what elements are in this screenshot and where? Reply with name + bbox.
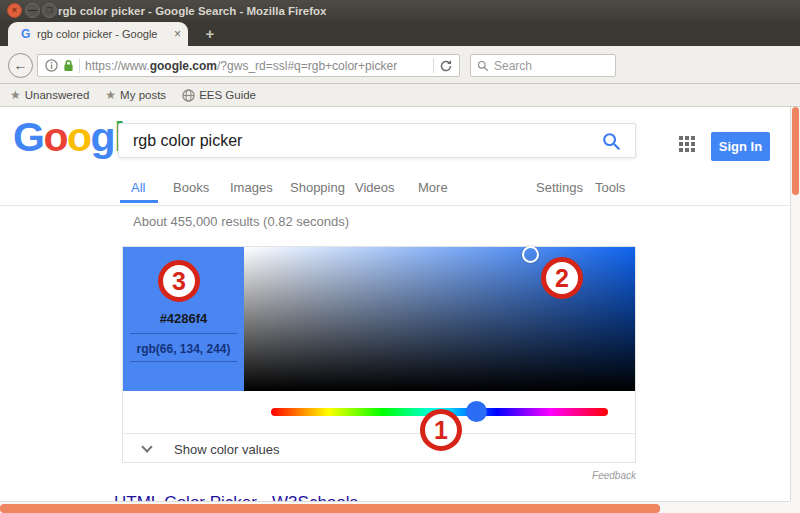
rgb-value[interactable]: rgb(66, 134, 244) bbox=[123, 342, 244, 356]
window-minimize-button[interactable]: — bbox=[25, 3, 40, 18]
bookmark-star-icon: ★ bbox=[10, 88, 21, 102]
tab-settings[interactable]: Settings bbox=[536, 180, 583, 195]
tab-shopping[interactable]: Shopping bbox=[290, 180, 345, 195]
tab-videos[interactable]: Videos bbox=[355, 180, 395, 195]
back-button[interactable]: ← bbox=[8, 53, 33, 78]
logo-letter: o bbox=[67, 114, 91, 160]
window-title: rgb color picker - Google Search - Mozil… bbox=[58, 0, 326, 22]
url-divider bbox=[433, 58, 434, 73]
bookmark-star-icon: ★ bbox=[105, 88, 116, 102]
active-tab-underline bbox=[120, 200, 158, 203]
tab-books[interactable]: Books bbox=[173, 180, 209, 195]
lock-icon[interactable] bbox=[63, 59, 74, 72]
page-content: Google rgb color picker Sign In All Book… bbox=[0, 107, 790, 513]
logo-letter: o bbox=[43, 114, 67, 160]
browser-tab[interactable]: G rgb color picker - Google × bbox=[8, 22, 188, 46]
window-maximize-button[interactable]: ❒ bbox=[42, 3, 57, 18]
tab-images[interactable]: Images bbox=[230, 180, 273, 195]
annotation-circle-3: 3 bbox=[158, 260, 200, 302]
google-search-box[interactable]: rgb color picker bbox=[118, 123, 636, 158]
window-close-button[interactable]: × bbox=[7, 3, 22, 18]
show-color-values-label[interactable]: Show color values bbox=[174, 442, 280, 457]
tab-title: rgb color picker - Google bbox=[37, 28, 165, 40]
scrollbar-corner bbox=[790, 501, 800, 513]
reload-icon[interactable] bbox=[439, 59, 453, 73]
annotation-circle-1: 1 bbox=[420, 409, 462, 451]
tab-close-icon[interactable]: × bbox=[174, 27, 181, 41]
navigation-toolbar: ← https://www.google.com/?gws_rd=ssl#q=r… bbox=[0, 46, 800, 84]
hue-slider-thumb[interactable] bbox=[466, 401, 487, 422]
search-placeholder: Search bbox=[494, 59, 532, 73]
bookmark-label: My posts bbox=[120, 89, 166, 101]
tab-more[interactable]: More bbox=[418, 180, 448, 195]
tab-tools[interactable]: Tools bbox=[595, 180, 625, 195]
bookmark-label: EES Guide bbox=[199, 89, 256, 101]
feedback-link[interactable]: Feedback bbox=[536, 470, 636, 481]
results-stats: About 455,000 results (0.82 seconds) bbox=[133, 214, 349, 229]
annotation-circle-2: 2 bbox=[541, 257, 583, 299]
browser-window: × — ❒ rgb color picker - Google Search -… bbox=[0, 0, 800, 513]
horizontal-scrollbar[interactable] bbox=[0, 501, 790, 513]
hue-slider-row bbox=[123, 391, 635, 433]
tabs-divider bbox=[0, 205, 790, 206]
logo-letter: G bbox=[13, 114, 43, 160]
gradient-marker[interactable] bbox=[522, 246, 539, 263]
bookmark-label: Unanswered bbox=[25, 89, 90, 101]
search-bar[interactable]: Search bbox=[470, 54, 616, 77]
search-icon bbox=[477, 60, 489, 72]
swatch-divider bbox=[130, 361, 237, 362]
info-icon[interactable] bbox=[45, 59, 58, 72]
apps-grid-icon[interactable] bbox=[679, 136, 683, 140]
url-divider bbox=[79, 58, 80, 73]
search-magnifier-icon[interactable] bbox=[602, 132, 621, 151]
bookmark-item[interactable]: EES Guide bbox=[182, 89, 256, 102]
globe-icon bbox=[182, 89, 199, 102]
chevron-down-icon[interactable] bbox=[141, 441, 152, 452]
horizontal-scrollbar-thumb[interactable] bbox=[0, 504, 660, 513]
bookmarks-bar: ★ Unanswered ★ My posts EES Guide bbox=[0, 84, 800, 107]
tab-all[interactable]: All bbox=[131, 180, 145, 195]
google-favicon-icon: G bbox=[21, 27, 30, 41]
vertical-scrollbar-thumb[interactable] bbox=[792, 107, 799, 195]
swatch-divider bbox=[130, 333, 237, 334]
url-text[interactable]: https://www.google.com/?gws_rd=ssl#q=rgb… bbox=[85, 59, 397, 73]
picker-footer[interactable]: Show color values bbox=[123, 433, 635, 462]
search-query-text[interactable]: rgb color picker bbox=[133, 124, 242, 157]
logo-letter: g bbox=[91, 114, 115, 160]
tab-bar: G rgb color picker - Google × + bbox=[0, 22, 800, 46]
hex-value[interactable]: #4286f4 bbox=[123, 311, 244, 326]
bookmark-item[interactable]: ★ My posts bbox=[105, 88, 166, 102]
bookmark-item[interactable]: ★ Unanswered bbox=[10, 88, 89, 102]
url-bar[interactable]: https://www.google.com/?gws_rd=ssl#q=rgb… bbox=[37, 54, 460, 77]
window-titlebar: × — ❒ rgb color picker - Google Search -… bbox=[0, 0, 800, 22]
new-tab-button[interactable]: + bbox=[196, 25, 224, 44]
vertical-scrollbar[interactable] bbox=[790, 107, 800, 501]
sign-in-button[interactable]: Sign In bbox=[711, 132, 770, 161]
